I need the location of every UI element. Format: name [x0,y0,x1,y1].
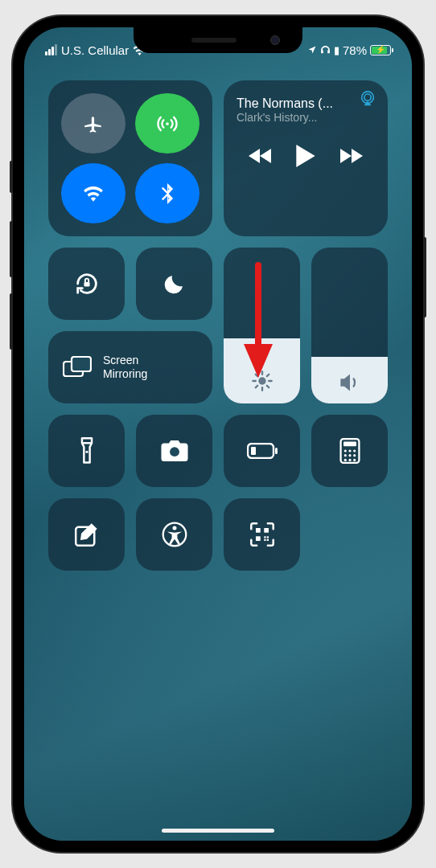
screen-mirroring-button[interactable]: ScreenMirroring [48,331,212,403]
notch [134,27,302,53]
play-button[interactable] [296,145,315,167]
side-button [423,237,426,317]
headphones-icon [320,45,331,55]
svg-point-34 [172,526,176,530]
next-track-button[interactable] [339,147,363,165]
wifi-toggle[interactable] [61,163,125,223]
low-power-mode-button[interactable] [224,415,300,487]
location-icon [307,45,317,55]
svg-rect-19 [275,448,278,454]
battery-percent: 78% [343,43,367,57]
svg-point-4 [258,377,265,384]
connectivity-panel[interactable] [48,80,212,236]
svg-line-11 [255,386,257,387]
battery-charging-icon: ▮ [334,44,339,56]
cellular-data-toggle[interactable] [135,93,199,154]
svg-line-12 [266,375,268,376]
accessibility-icon [162,522,187,547]
media-panel[interactable]: The Normans (... Clark's History... [224,80,388,236]
svg-point-28 [353,454,356,457]
bluetooth-icon [161,183,174,204]
flashlight-button[interactable] [48,415,125,487]
svg-point-16 [85,451,88,453]
svg-point-29 [343,459,346,461]
camera-button[interactable] [136,415,212,487]
svg-point-17 [170,447,179,457]
bluetooth-toggle[interactable] [135,163,199,223]
battery-icon: ⚡ [370,45,391,55]
svg-rect-39 [266,536,268,538]
accessibility-button[interactable] [136,498,212,571]
status-right: ▮ 78% ⚡ [307,43,391,57]
svg-point-0 [166,122,169,125]
svg-rect-14 [72,357,91,371]
compose-icon [75,522,99,547]
volume-up-button [10,221,13,277]
brightness-slider[interactable] [224,248,300,403]
media-title: The Normans (... [237,96,375,111]
svg-rect-35 [256,528,261,533]
screen-mirroring-label: ScreenMirroring [103,354,147,381]
qr-scan-button[interactable] [224,498,300,571]
carrier-label: U.S. Cellular [61,43,129,57]
svg-rect-3 [84,282,89,287]
svg-line-10 [266,386,268,387]
airplay-icon[interactable] [359,90,376,108]
svg-point-24 [348,449,351,452]
wifi-icon [83,186,104,202]
volume-down-button [10,293,13,350]
status-left: U.S. Cellular [45,43,146,57]
low-power-icon [247,443,278,459]
phone-frame: U.S. Cellular ▮ 78% ⚡ [13,16,423,852]
svg-point-26 [343,454,346,457]
empty-slot [311,498,388,571]
svg-point-23 [343,449,346,452]
home-indicator[interactable] [162,829,274,833]
qr-scan-icon [249,522,275,547]
calculator-icon [339,438,360,464]
flashlight-icon [80,437,94,465]
svg-point-2 [364,94,371,100]
svg-rect-38 [264,536,265,538]
mute-switch [10,161,13,193]
svg-line-9 [255,375,257,376]
cellular-signal-icon [45,44,57,55]
svg-point-30 [348,459,351,461]
airplane-icon [83,113,104,134]
airplane-mode-toggle[interactable] [61,93,125,154]
svg-rect-41 [266,539,268,541]
svg-rect-36 [264,528,269,533]
svg-rect-22 [343,442,356,447]
svg-rect-20 [251,447,256,455]
screen-mirroring-icon [63,356,92,379]
front-camera [270,35,280,45]
screen: U.S. Cellular ▮ 78% ⚡ [24,27,412,841]
svg-point-25 [353,449,356,452]
camera-icon [161,440,188,461]
svg-point-27 [348,454,351,457]
moon-icon [162,272,187,296]
notes-button[interactable] [48,498,125,571]
calculator-button[interactable] [311,415,388,487]
speaker-icon [339,373,361,392]
sun-icon [251,370,274,392]
orientation-lock-icon [73,270,101,297]
control-center: The Normans (... Clark's History... [24,66,412,585]
media-subtitle: Clark's History... [237,111,375,124]
svg-rect-37 [256,536,261,541]
svg-rect-40 [264,539,265,541]
do-not-disturb-toggle[interactable] [136,248,212,320]
previous-track-button[interactable] [249,147,273,165]
svg-point-31 [353,459,356,461]
orientation-lock-toggle[interactable] [48,248,125,320]
earpiece [191,38,237,43]
cellular-antenna-icon [156,113,179,135]
volume-slider[interactable] [311,248,388,403]
